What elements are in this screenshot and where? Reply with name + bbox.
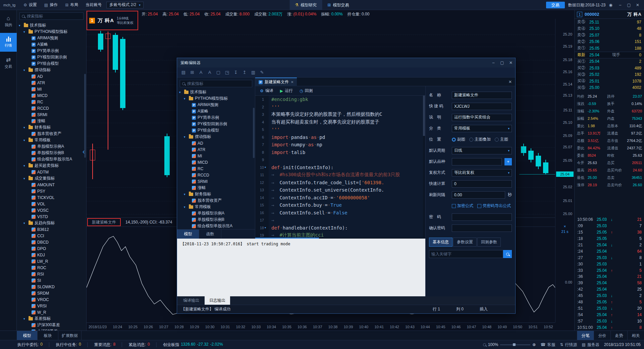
status-link-服务器[interactable]: ▤服务器 <box>582 342 599 348</box>
tree-item-RC[interactable]: RC <box>17 99 86 105</box>
font-decrease-icon[interactable]: A <box>197 69 205 76</box>
props-select-默认周期[interactable]: 日线▾ <box>452 147 512 154</box>
edit-icon[interactable]: ✎ <box>258 69 266 76</box>
tree-item-ARIMA预测[interactable]: PARIMA预测 <box>177 102 255 108</box>
ask-row[interactable]: 卖②25.06151 <box>575 39 644 45</box>
copy-icon[interactable]: ⊞ <box>189 69 196 76</box>
menu-操作[interactable]: ▤操作 <box>44 2 58 8</box>
tree-item-财务指标[interactable]: ▾财务指标 <box>17 124 86 131</box>
tree-item-ROC[interactable]: ROC <box>17 264 86 271</box>
search-input[interactable]: 搜索指标 <box>19 12 84 20</box>
rail-item-交易[interactable]: ⇄交易 <box>0 54 17 72</box>
tree-item-ADTM[interactable]: ADTM <box>17 169 86 175</box>
tree-item-KDJ[interactable]: KDJ <box>17 252 86 258</box>
tree-item-MI[interactable]: MI <box>177 153 255 159</box>
props-input-密 码[interactable] <box>452 213 512 221</box>
tree-item-技术指标[interactable]: ▾技术指标 <box>17 22 86 29</box>
tree-item-VRSI[interactable]: VRSI <box>17 303 86 309</box>
tree-item-RCCD[interactable]: RCCD <box>17 105 86 111</box>
tree-item-常用模板[interactable]: ▾常用模板 <box>17 137 86 143</box>
tree-item-反趋向指标[interactable]: ▾反趋向指标 <box>17 220 86 226</box>
tree-item-摆动指标[interactable]: ▾摆动指标 <box>17 67 86 73</box>
bid-row[interactable]: 买①25.042 <box>575 58 644 65</box>
tree-item-AMOUNT[interactable]: AMOUNT <box>17 182 86 188</box>
tree-item-PY组合模型[interactable]: PPY组合模型 <box>17 60 86 67</box>
quote-tab-走势[interactable]: 走势 <box>610 331 627 340</box>
tree-item-MI[interactable]: MI <box>17 86 86 92</box>
save-icon[interactable]: ▤ <box>180 69 187 76</box>
file-tab[interactable]: P 新建策略文件 ✕ <box>255 78 297 86</box>
tree-item-成交量指标[interactable]: ▾成交量指标 <box>17 175 86 182</box>
tree-item-PYTHON模型指标[interactable]: ▾PYTHON模型指标 <box>17 29 86 35</box>
menu-当前账号[interactable]: 当前账号 <box>86 2 102 8</box>
tree-item-超买超卖指标[interactable]: ▾超买超卖指标 <box>17 162 86 169</box>
props-tab-回测参数[interactable]: 回测参数 <box>477 238 501 247</box>
scrollbar[interactable] <box>84 74 86 158</box>
zoom-slider[interactable] <box>500 344 530 345</box>
props-tab-基本信息[interactable]: 基本信息 <box>429 238 452 247</box>
status-link-客服[interactable]: ☎客服 <box>540 342 555 348</box>
trade-button[interactable]: 交易 <box>546 2 565 8</box>
import-icon[interactable]: ↧ <box>232 69 239 76</box>
checkbox-凭密码导出公式[interactable]: 凭密码导出公式 <box>477 203 511 209</box>
tree-item-LW_R[interactable]: LW_R <box>17 258 86 264</box>
props-input-刷新间隔[interactable]: 0.00 <box>452 191 505 199</box>
workspace-tab-模型交易[interactable]: ⊞模型交易 <box>322 0 354 10</box>
tree-item-PY简单示例[interactable]: PPY简单示例 <box>17 48 86 54</box>
collapse-panel-icon[interactable]: ‹ <box>83 148 85 155</box>
status-link-行情源[interactable]: ⇅行情源 <box>560 342 577 348</box>
minimize-button[interactable]: – <box>489 60 498 65</box>
tree-item-RSI[interactable]: RSI <box>17 271 86 277</box>
quote-tab-分价[interactable]: 分价 <box>594 331 610 340</box>
checkbox-加密公式[interactable]: 加密公式 <box>452 203 473 209</box>
font-increase-icon[interactable]: A <box>206 69 213 76</box>
tree-item-单股模型示例A[interactable]: 单股模型示例A <box>177 210 255 216</box>
print-icon[interactable]: ▥ <box>250 69 257 76</box>
tree-item-摆动指标[interactable]: ▾摆动指标 <box>177 134 255 140</box>
radio-副图[interactable]: 副图 <box>452 137 465 142</box>
tree-item-PY组合模型[interactable]: PPY组合模型 <box>177 127 255 134</box>
account-mode-dropdown[interactable]: 多账号模式 2/2 ▾ <box>106 2 144 8</box>
scrollbar[interactable] <box>423 96 425 239</box>
props-tab-参数设置[interactable]: 参数设置 <box>453 238 477 247</box>
output-tab-编译输出[interactable]: 编译输出 <box>178 296 204 305</box>
add-symbol-button[interactable]: + <box>504 158 512 165</box>
close-button[interactable]: ✕ <box>633 3 642 7</box>
tree-item-SLOWKD[interactable]: SLOWKD <box>17 284 86 290</box>
quote-tab-分笔[interactable]: 分笔 <box>577 331 594 340</box>
annotation-box-strategy[interactable]: 新建策略文件 <box>87 218 121 226</box>
sidebar-tab-模型[interactable]: 模型 <box>17 331 38 340</box>
zoom-in-icon[interactable]: ⊕ <box>532 342 536 347</box>
tree-item-财务指标[interactable]: ▾财务指标 <box>177 191 255 197</box>
tree-item-组合模型单股示范A[interactable]: 组合模型单股示范A <box>17 156 86 162</box>
tree-item-MICD[interactable]: MICD <box>17 92 86 99</box>
tree-item-组合模型单股示范A[interactable]: 组合模型单股示范A <box>177 223 255 229</box>
tree-item-ATR[interactable]: ATR <box>177 146 255 153</box>
bid-row[interactable]: 买⑤25.004002 <box>575 85 644 91</box>
props-input-说 明[interactable]: 运行指数中买卖组合 <box>452 114 512 121</box>
回测-button[interactable]: ◷回测 <box>300 88 313 94</box>
tree-item-股本营收资产[interactable]: 股本营收资产 <box>177 197 255 204</box>
search-button[interactable] <box>503 250 512 258</box>
countdown-close-icon[interactable]: ✕ <box>556 225 574 228</box>
pin-icon[interactable]: ◉ <box>609 3 612 7</box>
tree-item-PYTHON模型指标[interactable]: ▾PYTHON模型指标 <box>177 95 255 102</box>
stock-code[interactable]: 000002 <box>585 12 599 17</box>
tree-item-ATR[interactable]: ATR <box>17 80 86 86</box>
props-select-复权方式[interactable]: 等比前复权▾ <box>452 169 512 177</box>
bid-row[interactable]: 买②25.03489 <box>575 65 644 71</box>
tree-item-VOSC[interactable]: VOSC <box>17 207 86 213</box>
tree-item-上证50基差[interactable]: 上证50基差 <box>17 328 86 331</box>
maximize-button[interactable]: ▢ <box>498 60 506 65</box>
props-input-默认品种[interactable] <box>452 158 502 165</box>
tree-item-SRDM[interactable]: SRDM <box>17 290 86 296</box>
tree-item-PY模型回测示例[interactable]: PPY模型回测示例 <box>177 121 255 127</box>
tree-item-AD[interactable]: AD <box>177 140 255 146</box>
tree-item-单股模型示例A[interactable]: 单股模型示例A <box>17 143 86 150</box>
rail-item-我的[interactable]: ⌂我的 <box>0 12 17 31</box>
maximize-button[interactable]: ▢ <box>625 3 633 7</box>
menu-设置[interactable]: ⚙设置 <box>23 2 37 8</box>
tree-item-MICD[interactable]: MICD <box>177 159 255 165</box>
props-input-快 捷 码[interactable]: XJCLWJ <box>452 103 512 110</box>
quote-tab-相关[interactable]: 相关 <box>627 331 644 340</box>
